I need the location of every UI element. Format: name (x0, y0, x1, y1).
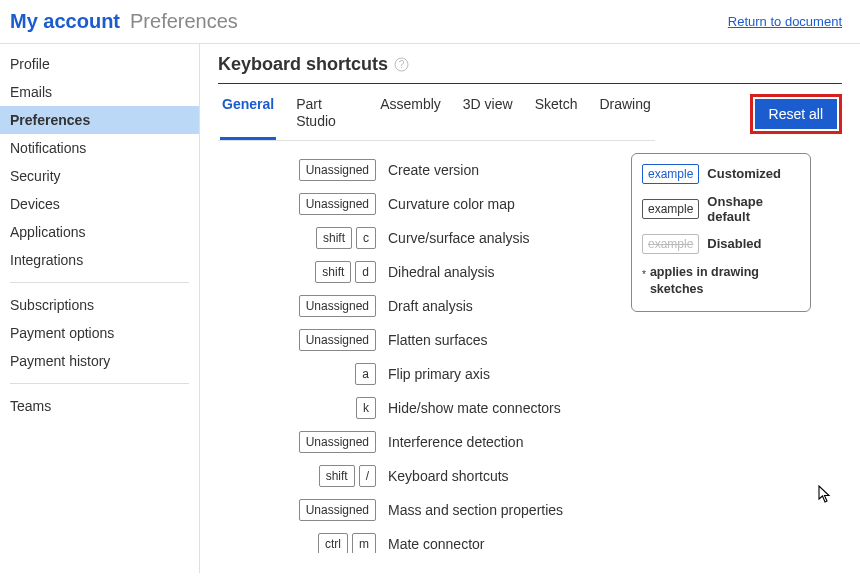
key-a: a (355, 363, 376, 385)
shortcut-action: Curvature color map (388, 196, 515, 212)
sidebar-item-subscriptions[interactable]: Subscriptions (0, 291, 199, 319)
shortcut-action: Mass and section properties (388, 502, 563, 518)
shortcut-action: Hide/show mate connectors (388, 400, 561, 416)
help-icon[interactable]: ? (394, 57, 409, 72)
sidebar-item-emails[interactable]: Emails (0, 78, 199, 106)
shortcut-keys[interactable]: shiftc (298, 227, 376, 249)
key-d: d (355, 261, 376, 283)
unassigned-key: Unassigned (299, 329, 376, 351)
shortcut-keys[interactable]: Unassigned (298, 193, 376, 215)
legend-default-label: Onshape default (707, 194, 800, 224)
sidebar-item-preferences[interactable]: Preferences (0, 106, 199, 134)
legend-disabled-key: example (642, 234, 699, 254)
sidebar-item-integrations[interactable]: Integrations (0, 246, 199, 274)
unassigned-key: Unassigned (299, 193, 376, 215)
legend-customized-key: example (642, 164, 699, 184)
legend-panel: example Customized example Onshape defau… (631, 153, 811, 312)
shortcut-action: Mate connector (388, 536, 485, 552)
shortcut-row: shiftcCurve/surface analysis (298, 221, 613, 255)
legend-default-key: example (642, 199, 699, 219)
tabs: GeneralPart StudioAssembly3D viewSketchD… (218, 94, 655, 141)
shortcut-row: UnassignedFlatten surfaces (298, 323, 613, 357)
unassigned-key: Unassigned (299, 295, 376, 317)
sidebar-item-devices[interactable]: Devices (0, 190, 199, 218)
legend-note-asterisk: * (642, 264, 646, 299)
sidebar-item-payment-history[interactable]: Payment history (0, 347, 199, 375)
return-to-document-link[interactable]: Return to document (728, 14, 842, 29)
shortcut-keys[interactable]: Unassigned (298, 295, 376, 317)
sidebar-item-applications[interactable]: Applications (0, 218, 199, 246)
main-panel: Keyboard shortcuts ? GeneralPart StudioA… (200, 44, 860, 573)
sidebar-item-teams[interactable]: Teams (0, 392, 199, 420)
reset-all-button[interactable]: Reset all (755, 99, 837, 129)
shortcut-keys[interactable]: shift/ (298, 465, 376, 487)
shortcut-action: Create version (388, 162, 479, 178)
shortcut-row: shiftdDihedral analysis (298, 255, 613, 289)
shortcut-row: UnassignedCurvature color map (298, 187, 613, 221)
reset-all-highlight: Reset all (750, 94, 842, 134)
shortcut-action: Dihedral analysis (388, 264, 495, 280)
shortcut-row: UnassignedInterference detection (298, 425, 613, 459)
breadcrumb-root[interactable]: My account (10, 10, 120, 33)
shortcut-keys[interactable]: Unassigned (298, 329, 376, 351)
sidebar-item-payment-options[interactable]: Payment options (0, 319, 199, 347)
shortcut-row: aFlip primary axis (298, 357, 613, 391)
key-c: c (356, 227, 376, 249)
shortcut-action: Flip primary axis (388, 366, 490, 382)
legend-note: applies in drawing sketches (650, 264, 800, 299)
breadcrumb-current: Preferences (130, 10, 238, 33)
shortcut-row: UnassignedDraft analysis (298, 289, 613, 323)
unassigned-key: Unassigned (299, 499, 376, 521)
tab-part-studio[interactable]: Part Studio (294, 94, 360, 140)
tab-drawing[interactable]: Drawing (597, 94, 652, 140)
tab-3d-view[interactable]: 3D view (461, 94, 515, 140)
shortcut-keys[interactable]: shiftd (298, 261, 376, 283)
shortcut-keys[interactable]: Unassigned (298, 431, 376, 453)
shortcut-keys[interactable]: Unassigned (298, 159, 376, 181)
sidebar-item-notifications[interactable]: Notifications (0, 134, 199, 162)
unassigned-key: Unassigned (299, 431, 376, 453)
shortcut-row: ctrlmMate connector (298, 527, 613, 553)
shortcut-keys[interactable]: Unassigned (298, 499, 376, 521)
sidebar-item-security[interactable]: Security (0, 162, 199, 190)
shortcut-action: Interference detection (388, 434, 523, 450)
shortcut-action: Keyboard shortcuts (388, 468, 509, 484)
section-title: Keyboard shortcuts (218, 54, 388, 75)
shortcut-row: UnassignedCreate version (298, 153, 613, 187)
shortcut-keys[interactable]: a (298, 363, 376, 385)
shortcut-action: Draft analysis (388, 298, 473, 314)
key-shift: shift (319, 465, 355, 487)
svg-text:?: ? (399, 59, 405, 70)
legend-disabled-label: Disabled (707, 236, 761, 251)
tab-assembly[interactable]: Assembly (378, 94, 443, 140)
shortcut-row: UnassignedMass and section properties (298, 493, 613, 527)
key-ctrl: ctrl (318, 533, 348, 553)
shortcut-row: kHide/show mate connectors (298, 391, 613, 425)
tab-sketch[interactable]: Sketch (533, 94, 580, 140)
legend-customized-label: Customized (707, 166, 781, 181)
shortcut-keys[interactable]: k (298, 397, 376, 419)
key-m: m (352, 533, 376, 553)
unassigned-key: Unassigned (299, 159, 376, 181)
key-shift: shift (315, 261, 351, 283)
shortcut-action: Flatten surfaces (388, 332, 488, 348)
shortcut-keys[interactable]: ctrlm (298, 533, 376, 553)
key-shift: shift (316, 227, 352, 249)
shortcut-row: shift/Keyboard shortcuts (298, 459, 613, 493)
header: My account Preferences Return to documen… (0, 0, 860, 44)
sidebar: ProfileEmailsPreferencesNotificationsSec… (0, 44, 200, 573)
shortcut-action: Curve/surface analysis (388, 230, 530, 246)
tab-general[interactable]: General (220, 94, 276, 140)
sidebar-item-profile[interactable]: Profile (0, 50, 199, 78)
key-slash: / (359, 465, 376, 487)
key-k: k (356, 397, 376, 419)
shortcut-list[interactable]: UnassignedCreate versionUnassignedCurvat… (218, 153, 613, 553)
